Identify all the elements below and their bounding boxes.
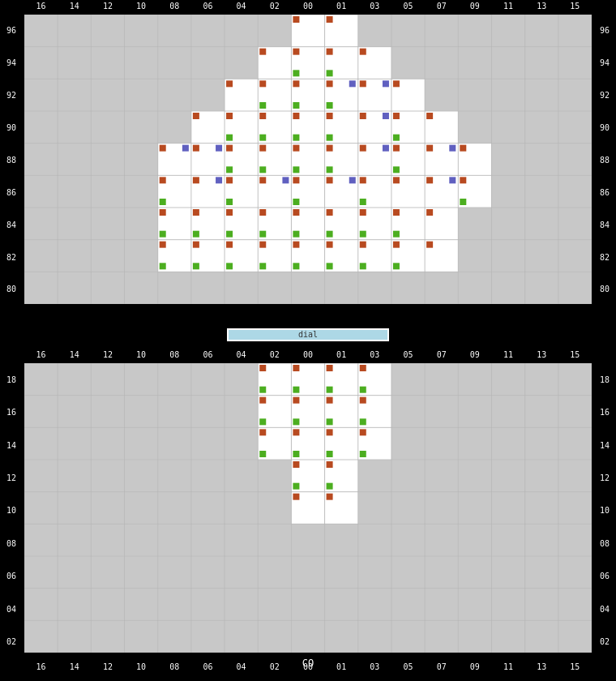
- ax-06: 06: [203, 2, 212, 11]
- ax-09: 09: [470, 2, 480, 11]
- co-label: CO: [302, 657, 314, 669]
- bottom-container: 16 14 12 10 08 06 04 02 00 01 03 05 07 0…: [0, 349, 616, 673]
- ax-16: 16: [36, 2, 46, 11]
- ax-10: 10: [136, 2, 146, 11]
- ax-00: 00: [303, 2, 313, 11]
- bottom-h-axis-top: 16 14 12 10 08 06 04 02 00 01 03 05 07 0…: [24, 350, 592, 359]
- ax-05: 05: [403, 2, 413, 11]
- top-v-axis-left: 96 94 92 90 88 86 84 82 80: [0, 15, 23, 306]
- bottom-grid-canvas: [24, 363, 592, 653]
- dial-bar[interactable]: dial: [227, 328, 389, 341]
- ax-03: 03: [370, 2, 379, 11]
- dial-label: dial: [298, 330, 318, 339]
- ax-01: 01: [336, 2, 346, 11]
- top-grid-canvas: [24, 15, 592, 304]
- ax-13: 13: [537, 2, 546, 11]
- ax-04: 04: [237, 2, 246, 11]
- bottom-v-axis-right: 18 16 14 12 10 08 06 04 02: [593, 363, 616, 658]
- top-v-axis-right: 96 94 92 90 88 86 84 82 80: [593, 15, 616, 306]
- ax-14: 14: [70, 2, 79, 11]
- ax-08: 08: [169, 2, 179, 11]
- top-container: 16 14 12 10 08 06 04 02 00 01 03 05 07 0…: [0, 0, 616, 320]
- bottom-v-axis-left: 18 16 14 12 10 08 06 04 02: [0, 363, 23, 658]
- ax-11: 11: [503, 2, 513, 11]
- ax-15: 15: [570, 2, 580, 11]
- ax-02: 02: [270, 2, 280, 11]
- ax-12: 12: [103, 2, 113, 11]
- separator: dial: [0, 320, 616, 349]
- ax-07: 07: [437, 2, 447, 11]
- top-h-axis: 16 14 12 10 08 06 04 02 00 01 03 05 07 0…: [24, 2, 592, 11]
